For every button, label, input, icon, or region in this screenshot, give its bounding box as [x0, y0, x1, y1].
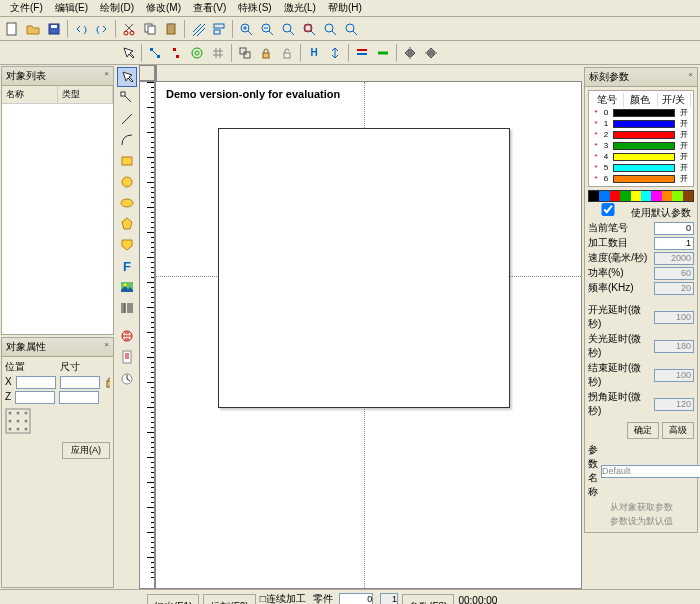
line-tool-icon[interactable] — [117, 109, 137, 129]
x-pos-input[interactable] — [16, 376, 56, 389]
close-icon[interactable]: × — [688, 70, 693, 84]
mark-button[interactable]: 标刻(F2) — [203, 594, 255, 605]
node-edit-icon[interactable] — [145, 43, 165, 63]
link-set-default[interactable]: 参数设为默认值 — [588, 515, 694, 528]
z-size-input[interactable] — [59, 391, 99, 404]
curve-tool-icon[interactable] — [117, 130, 137, 150]
snap-icon[interactable] — [187, 43, 207, 63]
link-from-obj[interactable]: 从对象获取参数 — [588, 501, 694, 514]
pen-row[interactable]: *2开 — [591, 129, 691, 140]
loop-input[interactable] — [654, 237, 694, 250]
menu-view[interactable]: 查看(V) — [187, 1, 232, 15]
red-light-button[interactable]: 红光(F1) — [147, 594, 199, 605]
zoom-sel-icon[interactable] — [341, 19, 361, 39]
pen-row[interactable]: *1开 — [591, 118, 691, 129]
hatch-tool-icon[interactable] — [117, 326, 137, 346]
cut-icon[interactable] — [119, 19, 139, 39]
apply-button[interactable]: 应用(A) — [62, 442, 110, 459]
col-name[interactable]: 名称 — [2, 86, 58, 103]
mirror-v-icon[interactable] — [421, 43, 441, 63]
cur-pen-input[interactable] — [654, 222, 694, 235]
col-type[interactable]: 类型 — [58, 86, 114, 103]
menu-modify[interactable]: 修改(M) — [140, 1, 187, 15]
text-tool-icon[interactable] — [352, 43, 372, 63]
menu-draw[interactable]: 绘制(D) — [94, 1, 140, 15]
off-delay-input[interactable] — [654, 340, 694, 353]
z-pos-input[interactable] — [15, 391, 55, 404]
open-icon[interactable] — [23, 19, 43, 39]
zoom-in-icon[interactable] — [236, 19, 256, 39]
timer-tool-icon[interactable] — [117, 368, 137, 388]
lock-icon[interactable] — [256, 43, 276, 63]
use-default-check[interactable]: 使用默认参数 — [588, 203, 691, 220]
object-list[interactable] — [2, 104, 113, 334]
copy-icon[interactable] — [140, 19, 160, 39]
pen-table[interactable]: 笔号颜色开/关 *0开*1开*2开*3开*4开*5开*6开 — [588, 90, 694, 187]
vector-file-icon[interactable] — [117, 347, 137, 367]
adv-button[interactable]: 高级 — [662, 422, 694, 439]
polygon-tool-icon[interactable] — [117, 214, 137, 234]
node-tool-icon[interactable] — [117, 88, 137, 108]
new-icon[interactable] — [2, 19, 22, 39]
ruler-horizontal — [155, 65, 157, 81]
select-tool-icon[interactable] — [117, 67, 137, 87]
redo-icon[interactable] — [92, 19, 112, 39]
menu-file[interactable]: 文件(F) — [4, 1, 49, 15]
node-edit2-icon[interactable] — [166, 43, 186, 63]
ellipse-tool-icon[interactable] — [117, 193, 137, 213]
mirror-h-icon[interactable] — [400, 43, 420, 63]
color-palette[interactable] — [588, 190, 694, 202]
param-button[interactable]: 参数(F3) — [402, 594, 454, 605]
circle-tool-icon[interactable] — [117, 172, 137, 192]
anchor-grid-icon[interactable] — [5, 408, 105, 438]
menu-special[interactable]: 特殊(S) — [232, 1, 277, 15]
barcode-tool-icon[interactable] — [117, 298, 137, 318]
lock-icon[interactable] — [104, 376, 110, 388]
close-icon[interactable]: × — [104, 340, 109, 354]
rect-tool-icon[interactable] — [117, 151, 137, 171]
zoom-fit-icon[interactable] — [278, 19, 298, 39]
on-delay-input[interactable] — [654, 311, 694, 324]
grid-icon[interactable] — [208, 43, 228, 63]
align-h-icon[interactable]: H — [304, 43, 324, 63]
group-icon[interactable] — [235, 43, 255, 63]
ok-button[interactable]: 确定 — [627, 422, 659, 439]
zoom-window-icon[interactable] — [299, 19, 319, 39]
mark-params-title: 标刻参数 — [589, 70, 629, 84]
continuous-check[interactable]: □连续加工 — [260, 592, 306, 604]
pen-row[interactable]: *3开 — [591, 140, 691, 151]
speed-input[interactable] — [654, 252, 694, 265]
defname-input[interactable] — [601, 465, 700, 478]
pen-row[interactable]: *4开 — [591, 151, 691, 162]
part-input[interactable] — [339, 593, 373, 605]
bitmap-tool-icon[interactable] — [117, 277, 137, 297]
close-icon[interactable]: × — [104, 69, 109, 83]
array-icon[interactable] — [373, 43, 393, 63]
pen-row[interactable]: *6开 — [591, 173, 691, 184]
menu-help[interactable]: 帮助(H) — [322, 1, 368, 15]
save-icon[interactable] — [44, 19, 64, 39]
freq-input[interactable] — [654, 282, 694, 295]
pen-row[interactable]: *5开 — [591, 162, 691, 173]
pen-row[interactable]: *0开 — [591, 107, 691, 118]
align-icon[interactable] — [209, 19, 229, 39]
size-label: 尺寸 — [60, 360, 111, 374]
x-size-input[interactable] — [60, 376, 100, 389]
zoom-all-icon[interactable] — [320, 19, 340, 39]
poly-delay-input[interactable] — [654, 398, 694, 411]
object-props-panel: 对象属性× 位置尺寸 X Z 应用(A) — [1, 337, 114, 588]
menu-edit[interactable]: 编辑(E) — [49, 1, 94, 15]
unlock-icon[interactable] — [277, 43, 297, 63]
star-tool-icon[interactable] — [117, 235, 137, 255]
power-input[interactable] — [654, 267, 694, 280]
paste-icon[interactable] — [161, 19, 181, 39]
pick-icon[interactable] — [118, 43, 138, 63]
menu-laser[interactable]: 激光(L) — [278, 1, 322, 15]
end-delay-input[interactable] — [654, 369, 694, 382]
text-tool-icon[interactable]: F — [117, 256, 137, 276]
align-v-icon[interactable] — [325, 43, 345, 63]
canvas[interactable]: Demo version-only for evaluation — [155, 81, 582, 589]
zoom-out-icon[interactable] — [257, 19, 277, 39]
undo-icon[interactable] — [71, 19, 91, 39]
hatch-icon[interactable] — [188, 19, 208, 39]
